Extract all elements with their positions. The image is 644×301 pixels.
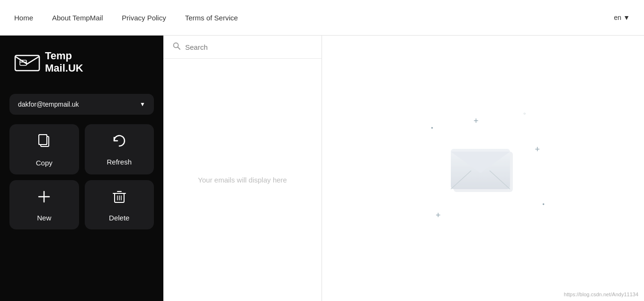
svg-line-15 <box>178 47 180 50</box>
deco-dot-1: ● <box>431 126 433 130</box>
nav-privacy[interactable]: Privacy Policy <box>122 14 166 22</box>
language-selector[interactable]: en ▼ <box>614 14 630 21</box>
envelope-illustration: ● + ○ + ● + <box>417 107 549 230</box>
refresh-label: Refresh <box>107 158 132 166</box>
delete-label: Delete <box>109 214 129 222</box>
deco-plus-3: + <box>436 210 441 220</box>
search-icon <box>173 42 180 52</box>
copy-button[interactable]: Copy <box>9 124 79 174</box>
sidebar: Temp Mail.UK dakfor@tempmail.uk ▼ Copy <box>0 36 163 301</box>
main-layout: Temp Mail.UK dakfor@tempmail.uk ▼ Copy <box>0 36 644 301</box>
email-dropdown[interactable]: dakfor@tempmail.uk ▼ <box>9 94 154 115</box>
deco-plus-2: + <box>535 145 540 155</box>
envelope-svg <box>445 137 521 199</box>
nav-terms[interactable]: Terms of Service <box>185 14 238 22</box>
dropdown-chevron-icon: ▼ <box>140 101 145 108</box>
new-icon <box>37 190 51 207</box>
nav-home[interactable]: Home <box>14 14 33 22</box>
deco-plus-1: + <box>474 116 479 126</box>
lang-label: en <box>614 14 622 21</box>
deco-dot-3: ● <box>542 202 545 206</box>
top-navigation: Home About TempMail Privacy Policy Terms… <box>0 0 644 36</box>
logo-line2: Mail.UK <box>45 62 83 74</box>
new-button[interactable]: New <box>9 180 79 229</box>
svg-rect-4 <box>39 135 47 145</box>
delete-icon <box>113 190 126 207</box>
right-panel: ● + ○ + ● + <box>322 36 644 301</box>
new-label: New <box>37 214 51 222</box>
refresh-icon <box>112 134 126 151</box>
logo-icon <box>14 53 40 72</box>
email-address: dakfor@tempmail.uk <box>18 100 79 108</box>
refresh-button[interactable]: Refresh <box>85 124 154 174</box>
copy-icon <box>37 134 51 152</box>
middle-panel: Your emails will display here <box>163 36 322 301</box>
copy-label: Copy <box>36 159 53 167</box>
logo-area: Temp Mail.UK <box>9 50 83 75</box>
logo-line1: Temp <box>45 50 83 62</box>
status-bar-url: https://blog.csdn.net/Andy11134 <box>564 292 638 297</box>
delete-button[interactable]: Delete <box>85 180 154 229</box>
action-grid: Copy Refresh <box>9 124 154 229</box>
nav-about[interactable]: About TempMail <box>52 14 103 22</box>
search-input[interactable] <box>185 43 312 51</box>
emails-empty-message: Your emails will display here <box>163 59 322 301</box>
deco-dot-2: ○ <box>523 111 526 116</box>
lang-chevron-icon: ▼ <box>623 14 630 21</box>
nav-links: Home About TempMail Privacy Policy Terms… <box>14 14 614 22</box>
logo-text: Temp Mail.UK <box>45 50 83 75</box>
svg-rect-0 <box>15 55 39 71</box>
search-bar <box>163 36 322 59</box>
